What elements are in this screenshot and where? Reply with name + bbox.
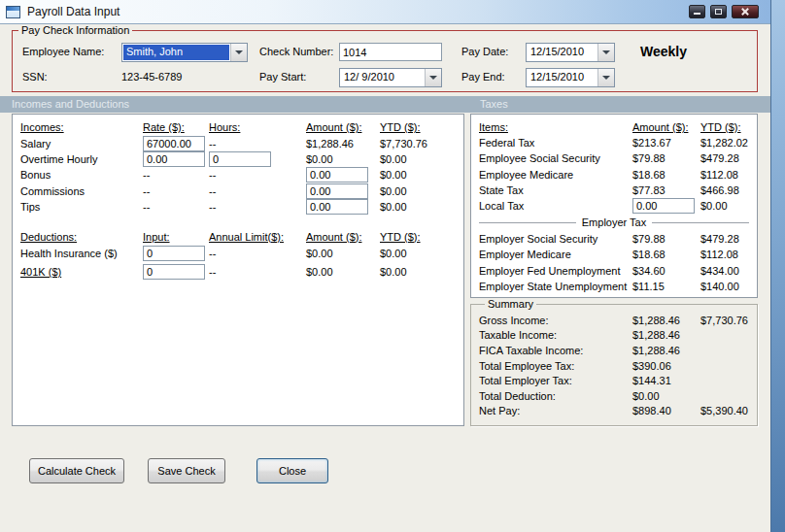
deductions-header-row: Deductions: Input: Annual Limit($): Amou… (20, 228, 456, 244)
local-tax-input[interactable] (632, 198, 695, 214)
summary-legend: Summary (485, 298, 536, 310)
income-ytd: $7,730.76 (380, 138, 456, 150)
income-row-bonus: Bonus -- -- $0.00 (20, 167, 456, 183)
tax-row-employer-fed-unemployment: Employer Fed Unemployment $34.60 $434.00 (479, 263, 749, 279)
bonus-amount-input[interactable] (306, 167, 368, 183)
taxes-panel: Items: Amount ($): YTD ($): Federal Tax … (470, 114, 758, 298)
summary-row-employee-tax: Total Employee Tax: $390.06 (479, 358, 749, 374)
tax-row-local: Local Tax $0.00 (479, 198, 749, 214)
pay-end-label: Pay End: (461, 71, 505, 83)
tax-item: Employee Medicare (479, 169, 632, 181)
input-col-header: Input: (143, 231, 209, 243)
deduction-401k-link[interactable]: 401K ($) (20, 266, 143, 278)
chevron-down-icon (235, 50, 243, 54)
save-check-button[interactable]: Save Check (148, 458, 225, 483)
annual-limit-col-header: Annual Limit($): (209, 231, 306, 243)
summary-row-deduction: Total Deduction: $0.00 (479, 388, 749, 404)
ytd-col-header: YTD ($): (700, 121, 749, 133)
incomes-deductions-section-label: Incomes and Deductions (12, 98, 129, 110)
chevron-down-icon (602, 50, 610, 54)
income-row-overtime: Overtime Hourly $0.00 $0.00 (20, 151, 456, 167)
deduction-limit: -- (209, 266, 306, 278)
check-number-label: Check Number: (259, 46, 333, 57)
tax-row-employer-state-unemployment: Employer State Unemployment $11.15 $140.… (479, 279, 749, 294)
employee-name-combobox[interactable]: Smith, John (121, 43, 248, 62)
tax-ytd: $434.00 (700, 265, 749, 277)
minimize-button[interactable] (689, 5, 705, 18)
income-rate: -- (143, 201, 209, 213)
tax-amount: $18.68 (632, 169, 700, 181)
pay-date-picker[interactable]: 12/15/2010 (526, 43, 615, 62)
summary-amount: $0.00 (632, 390, 700, 402)
income-hours: -- (209, 201, 306, 213)
tips-amount-input[interactable] (306, 199, 368, 215)
health-insurance-input[interactable] (143, 246, 205, 261)
income-ytd: $0.00 (380, 169, 456, 181)
tax-row-state: State Tax $77.83 $466.98 (479, 183, 749, 198)
ssn-label: SSN: (22, 71, 48, 83)
income-hours: -- (209, 185, 306, 197)
chevron-down-icon (429, 76, 437, 80)
taxes-section-label: Taxes (480, 98, 508, 110)
salary-rate-input[interactable] (143, 136, 205, 151)
tax-ytd: $140.00 (700, 281, 749, 292)
overtime-hours-input[interactable] (209, 151, 271, 167)
tax-ytd: $479.28 (700, 152, 749, 164)
income-name: Salary (20, 138, 143, 150)
401k-input[interactable] (143, 264, 205, 280)
income-ytd: $0.00 (380, 153, 456, 165)
maximize-button[interactable] (710, 5, 727, 18)
employer-tax-label: Employer Tax (576, 216, 652, 228)
check-number-input[interactable] (339, 43, 442, 61)
titlebar[interactable]: Payroll Data Input (0, 0, 770, 24)
deduction-name: Health Insurance ($) (20, 248, 143, 259)
income-row-commissions: Commissions -- -- $0.00 (20, 183, 456, 199)
summary-row-fica: FICA Taxable Income: $1,288.46 (479, 343, 749, 358)
close-window-button[interactable] (732, 5, 759, 18)
overtime-rate-input[interactable] (143, 151, 205, 167)
summary-label: FICA Taxable Income: (479, 345, 632, 356)
tax-row-employee-medicare: Employee Medicare $18.68 $112.08 (479, 167, 749, 183)
tax-amount: $18.68 (632, 249, 700, 260)
taxes-header-row: Items: Amount ($): YTD ($): (479, 119, 749, 135)
pay-start-label: Pay Start: (259, 71, 306, 83)
income-hours: -- (209, 169, 306, 181)
commissions-amount-input[interactable] (306, 183, 368, 199)
incomes-deductions-panel: Incomes: Rate ($): Hours: Amount ($): YT… (12, 114, 464, 426)
summary-row-employer-tax: Total Employer Tax: $144.31 (479, 373, 749, 388)
tax-amount: $213.67 (632, 137, 700, 149)
calculate-check-button[interactable]: Calculate Check (29, 458, 124, 483)
summary-label: Gross Income: (479, 315, 632, 326)
close-button[interactable]: Close (256, 458, 328, 483)
incomes-col-header: Incomes: (20, 121, 143, 133)
tax-row-employer-ss: Employer Social Security $79.88 $479.28 (479, 231, 749, 247)
pay-date-dropdown-button[interactable] (597, 44, 614, 61)
ytd-col-header: YTD ($): (380, 121, 456, 133)
employee-name-dropdown-button[interactable] (230, 44, 247, 61)
hours-col-header: Hours: (209, 121, 306, 133)
tax-row-federal: Federal Tax $213.67 $1,282.02 (479, 135, 749, 150)
summary-amount: $1,288.46 (632, 329, 700, 341)
summary-label: Taxable Income: (479, 329, 632, 341)
summary-amount: $144.31 (632, 375, 700, 386)
summary-row-gross: Gross Income: $1,288.46 $7,730.76 (479, 313, 749, 328)
dialog-body: Pay Check Information Employee Name: Smi… (0, 24, 770, 532)
pay-end-dropdown-button[interactable] (597, 69, 614, 86)
summary-amount: $1,288.46 (632, 315, 700, 326)
pay-start-dropdown-button[interactable] (425, 69, 441, 86)
tax-ytd: $112.08 (700, 169, 749, 181)
pay-end-picker[interactable]: 12/15/2010 (526, 68, 615, 87)
tax-amount: $79.88 (632, 233, 700, 245)
deduction-amount: $0.00 (306, 248, 380, 259)
pay-date-label: Pay Date: (461, 46, 508, 57)
tax-ytd: $0.00 (700, 200, 749, 212)
pay-start-picker[interactable]: 12/ 9/2010 (339, 68, 442, 87)
tax-amount: $34.60 (632, 265, 700, 277)
deduction-row-health-insurance: Health Insurance ($) -- $0.00 $0.00 (20, 245, 456, 263)
items-col-header: Items: (479, 121, 632, 133)
ssn-value: 123-45-6789 (121, 71, 182, 83)
tax-item: Employer Medicare (479, 249, 632, 260)
tax-amount: $77.83 (632, 184, 700, 196)
tax-amount: $11.15 (632, 281, 700, 292)
summary-label: Total Employer Tax: (479, 375, 632, 386)
